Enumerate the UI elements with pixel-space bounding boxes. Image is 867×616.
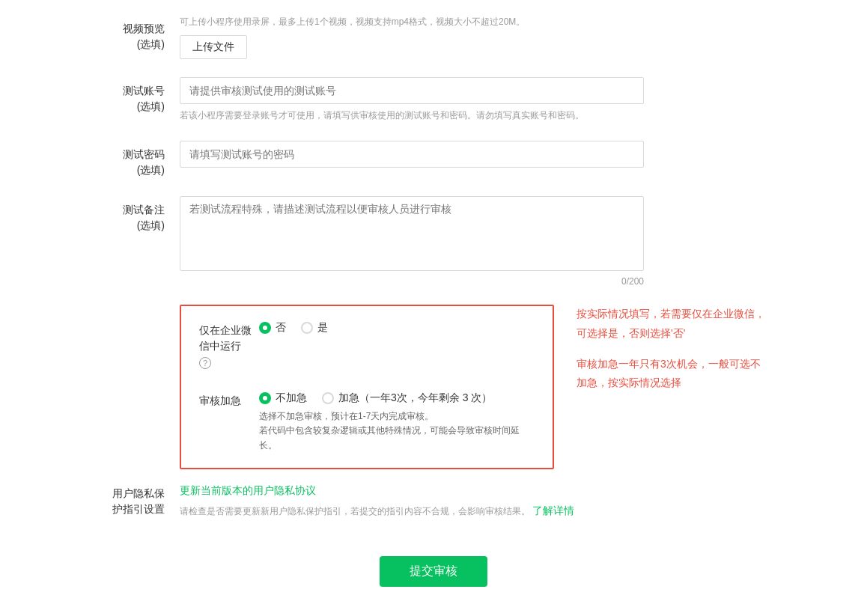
video-row: 视频预览 (选填) 可上传小程序使用录屏，最多上传1个视频，视频支持mp4格式，… xyxy=(45,15,822,59)
test-password-label: 测试密码(选填) xyxy=(45,141,180,178)
test-account-hint: 若该小程序需要登录账号才可使用，请填写供审核使用的测试账号和密码。请勿填写真实账… xyxy=(180,109,644,123)
test-note-textarea[interactable] xyxy=(180,196,644,271)
enterprise-wechat-row: 仅在企业微 信中运行 ? 否 是 xyxy=(199,321,535,370)
urgent-no-option[interactable]: 不加急 xyxy=(259,391,307,405)
side-notes: 按实际情况填写，若需要仅在企业微信，可选择是，否则选择'否' 审核加急一年只有3… xyxy=(577,305,801,404)
options-box: 仅在企业微 信中运行 ? 否 是 xyxy=(180,305,554,469)
test-account-input[interactable] xyxy=(180,77,644,104)
urgent-content: 不加急 加急（一年3次，今年剩余 3 次） 选择不加急审核，预计在1-7天内完成… xyxy=(259,391,535,453)
urgent-radio-group: 不加急 加急（一年3次，今年剩余 3 次） xyxy=(259,391,535,405)
video-label: 视频预览 (选填) xyxy=(45,15,180,52)
test-note-content: 0/200 xyxy=(180,196,644,287)
test-password-row: 测试密码(选填) xyxy=(45,141,822,178)
enterprise-yes-label: 是 xyxy=(317,321,328,335)
video-content: 可上传小程序使用录屏，最多上传1个视频，视频支持mp4格式，视频大小不超过20M… xyxy=(180,15,644,59)
privacy-label: 用户隐私保护指引设置 xyxy=(45,484,180,519)
test-password-content xyxy=(180,141,644,168)
review-urgent-row: 审核加急 不加急 加急（一年3次，今年剩余 3 次） xyxy=(199,391,535,453)
urgent-label: 审核加急 xyxy=(199,391,259,409)
enterprise-note: 按实际情况填写，若需要仅在企业微信，可选择是，否则选择'否' xyxy=(577,305,801,342)
help-icon[interactable]: ? xyxy=(199,357,211,369)
privacy-row: 用户隐私保护指引设置 更新当前版本的用户隐私协议 请检查是否需要更新新用户隐私保… xyxy=(0,484,867,519)
privacy-detail-link[interactable]: 了解详情 xyxy=(532,504,574,516)
enterprise-content: 否 是 xyxy=(259,321,535,335)
urgent-hint-line2: 若代码中包含较复杂逻辑或其他特殊情况，可能会导致审核时间延长。 xyxy=(259,424,535,452)
test-password-input[interactable] xyxy=(180,141,644,168)
textarea-counter: 0/200 xyxy=(180,276,644,287)
urgent-no-label: 不加急 xyxy=(276,391,307,405)
test-account-content: 若该小程序需要登录账号才可使用，请填写供审核使用的测试账号和密码。请勿填写真实账… xyxy=(180,77,644,123)
enterprise-yes-option[interactable]: 是 xyxy=(301,321,328,335)
urgent-hint-line1: 选择不加急审核，预计在1-7天内完成审核。 xyxy=(259,409,535,424)
urgent-yes-label: 加急（一年3次，今年剩余 3 次） xyxy=(338,391,492,405)
submit-area: 提交审核 xyxy=(0,541,867,609)
urgent-yes-option[interactable]: 加急（一年3次，今年剩余 3 次） xyxy=(322,391,492,405)
enterprise-no-label: 否 xyxy=(276,321,286,335)
enterprise-yes-radio[interactable] xyxy=(301,322,313,334)
privacy-link[interactable]: 更新当前版本的用户隐私协议 xyxy=(180,484,316,496)
privacy-hint-text: 请检查是否需要更新新用户隐私保护指引，若提交的指引内容不合规，会影响审核结果。 xyxy=(180,506,530,516)
urgent-yes-radio[interactable] xyxy=(322,392,334,404)
upload-file-button[interactable]: 上传文件 xyxy=(180,35,247,59)
submit-button[interactable]: 提交审核 xyxy=(380,556,487,587)
urgent-hint: 选择不加急审核，预计在1-7天内完成审核。 若代码中包含较复杂逻辑或其他特殊情况… xyxy=(259,409,535,453)
privacy-hint: 请检查是否需要更新新用户隐私保护指引，若提交的指引内容不合规，会影响审核结果。 … xyxy=(180,502,822,519)
urgent-no-radio[interactable] xyxy=(259,392,271,404)
privacy-content: 更新当前版本的用户隐私协议 请检查是否需要更新新用户隐私保护指引，若提交的指引内… xyxy=(180,484,822,519)
enterprise-label: 仅在企业微 信中运行 ? xyxy=(199,321,259,370)
test-account-row: 测试账号(选填) 若该小程序需要登录账号才可使用，请填写供审核使用的测试账号和密… xyxy=(45,77,822,123)
test-note-row: 测试备注(选填) 0/200 xyxy=(45,196,822,287)
enterprise-no-option[interactable]: 否 xyxy=(259,321,286,335)
enterprise-no-radio[interactable] xyxy=(259,322,271,334)
urgent-note: 审核加急一年只有3次机会，一般可选不加急，按实际情况选择 xyxy=(577,355,801,392)
video-hint: 可上传小程序使用录屏，最多上传1个视频，视频支持mp4格式，视频大小不超过20M… xyxy=(180,15,644,29)
test-account-label: 测试账号(选填) xyxy=(45,77,180,115)
test-note-label: 测试备注(选填) xyxy=(45,196,180,234)
enterprise-radio-group: 否 是 xyxy=(259,321,535,335)
